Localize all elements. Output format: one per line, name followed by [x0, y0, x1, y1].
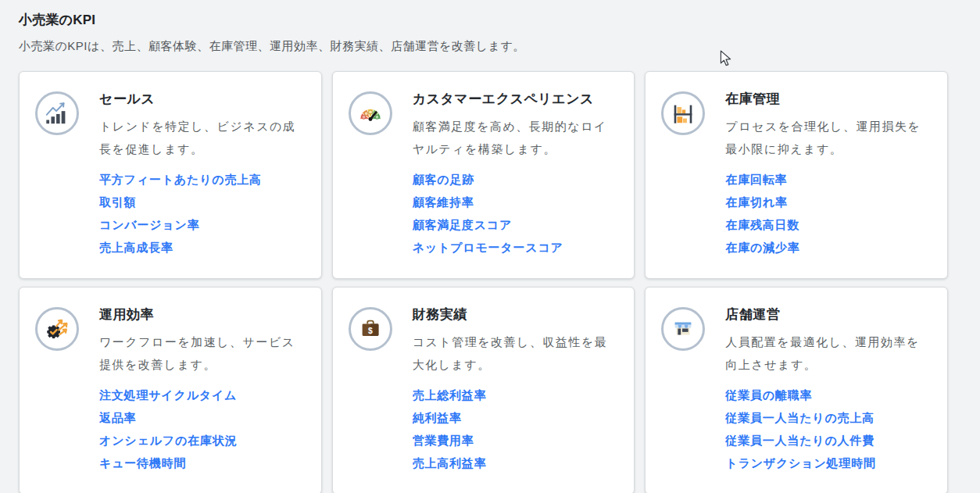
kpi-link[interactable]: コンバージョン率 [99, 219, 306, 231]
head-text: 運用効率 ワークフローを加速し、サービス提供を改善します。 [99, 305, 306, 376]
kpi-card-operational-efficiency: 運用効率 ワークフローを加速し、サービス提供を改善します。 注文処理サイクルタイ… [19, 287, 322, 493]
card-head: 在庫管理 プロセスを合理化し、運用損失を最小限に抑えます。 [661, 90, 932, 160]
head-text: 在庫管理 プロセスを合理化し、運用損失を最小限に抑えます。 [725, 90, 932, 160]
page-header: 小売業のKPI 小売業のKPIは、売上、顧客体験、在庫管理、運用効率、財務実績、… [0, 0, 980, 54]
card-title: カスタマーエクスペリエンス [413, 90, 619, 108]
storefront-icon [661, 307, 705, 351]
kpi-link[interactable]: 取引額 [99, 196, 306, 209]
card-head: 運用効率 ワークフローを加速し、サービス提供を改善します。 [35, 305, 306, 376]
card-links: 平方フィートあたりの売上高 取引額 コンバージョン率 売上高成長率 [99, 173, 306, 254]
kpi-link[interactable]: 純利益率 [413, 412, 619, 424]
kpi-link[interactable]: キュー待機時間 [99, 457, 306, 470]
head-text: セールス トレンドを特定し、ビジネスの成長を促進します。 [99, 90, 306, 160]
card-title: 在庫管理 [725, 90, 932, 108]
kpi-link[interactable]: 売上高利益率 [413, 457, 619, 470]
kpi-link[interactable]: 平方フィートあたりの売上高 [99, 173, 306, 186]
kpi-link[interactable]: ネットプロモータースコア [413, 241, 619, 254]
satisfaction-gauge-icon [349, 91, 392, 135]
gear-arrows-icon [35, 307, 79, 351]
dollar-glyph: $ [368, 327, 373, 335]
kpi-link[interactable]: 従業員の離職率 [725, 389, 932, 402]
kpi-link[interactable]: 在庫の減少率 [725, 241, 932, 254]
kpi-card-sales: セールス トレンドを特定し、ビジネスの成長を促進します。 平方フィートあたりの売… [19, 71, 322, 279]
card-links: 注文処理サイクルタイム 返品率 オンシェルフの在庫状況 キュー待機時間 [99, 389, 306, 470]
card-title: 財務実績 [413, 305, 619, 323]
card-description: 人員配置を最適化し、運用効率を向上させます。 [725, 330, 932, 376]
kpi-link[interactable]: 顧客満足度スコア [413, 219, 619, 231]
card-links: 在庫回転率 在庫切れ率 在庫残高日数 在庫の減少率 [725, 173, 932, 254]
card-links: 従業員の離職率 従業員一人当たりの売上高 従業員一人当たりの人件費 トランザクシ… [725, 389, 932, 470]
kpi-page: { "page": { "title": "小売業のKPI", "subtitl… [0, 0, 980, 493]
kpi-card-store-operations: 店舗運営 人員配置を最適化し、運用効率を向上させます。 従業員の離職率 従業員一… [645, 287, 948, 493]
kpi-cards-grid: セールス トレンドを特定し、ビジネスの成長を促進します。 平方フィートあたりの売… [19, 71, 948, 493]
card-head: $ 財務実績 コスト管理を改善し、収益性を最大化します。 [349, 305, 619, 376]
kpi-link[interactable]: 従業員一人当たりの人件費 [725, 434, 932, 447]
kpi-link[interactable]: 返品率 [99, 412, 306, 424]
card-links: 売上総利益率 純利益率 営業費用率 売上高利益率 [413, 389, 619, 470]
kpi-card-customer-experience: カスタマーエクスペリエンス 顧客満足度を高め、長期的なロイヤルティを構築します。… [332, 71, 635, 279]
kpi-link[interactable]: 顧客の足跡 [413, 173, 619, 186]
card-description: コスト管理を改善し、収益性を最大化します。 [413, 330, 619, 376]
card-description: ワークフローを加速し、サービス提供を改善します。 [99, 330, 306, 376]
kpi-link[interactable]: 在庫回転率 [725, 173, 932, 186]
kpi-card-inventory-management: 在庫管理 プロセスを合理化し、運用損失を最小限に抑えます。 在庫回転率 在庫切れ… [645, 71, 948, 279]
page-title: 小売業のKPI [19, 11, 961, 29]
card-head: セールス トレンドを特定し、ビジネスの成長を促進します。 [35, 90, 306, 160]
kpi-link[interactable]: 顧客維持率 [413, 196, 619, 209]
kpi-link[interactable]: 従業員一人当たりの売上高 [725, 412, 932, 424]
kpi-link[interactable]: 在庫切れ率 [725, 196, 932, 209]
card-head: 店舗運営 人員配置を最適化し、運用効率を向上させます。 [661, 305, 932, 376]
kpi-link[interactable]: 在庫残高日数 [725, 219, 932, 231]
kpi-link[interactable]: オンシェルフの在庫状況 [99, 434, 306, 447]
card-title: 店舗運営 [725, 305, 932, 323]
page-subtitle: 小売業のKPIは、売上、顧客体験、在庫管理、運用効率、財務実績、店舗運営を改善し… [19, 39, 961, 54]
briefcase-dollar-icon: $ [349, 307, 392, 351]
card-description: トレンドを特定し、ビジネスの成長を促進します。 [99, 115, 306, 160]
card-links: 顧客の足跡 顧客維持率 顧客満足度スコア ネットプロモータースコア [413, 173, 619, 254]
head-text: 店舗運営 人員配置を最適化し、運用効率を向上させます。 [725, 305, 932, 376]
head-text: 財務実績 コスト管理を改善し、収益性を最大化します。 [413, 305, 619, 376]
kpi-link[interactable]: 売上高成長率 [99, 241, 306, 254]
card-title: セールス [99, 90, 306, 108]
kpi-card-financial-performance: $ 財務実績 コスト管理を改善し、収益性を最大化します。 売上総利益率 純利益率… [332, 287, 635, 493]
kpi-link[interactable]: 営業費用率 [413, 434, 619, 447]
card-title: 運用効率 [99, 305, 306, 323]
card-description: プロセスを合理化し、運用損失を最小限に抑えます。 [725, 115, 932, 160]
kpi-link[interactable]: 注文処理サイクルタイム [99, 389, 306, 402]
card-head: カスタマーエクスペリエンス 顧客満足度を高め、長期的なロイヤルティを構築します。 [349, 90, 619, 160]
head-text: カスタマーエクスペリエンス 顧客満足度を高め、長期的なロイヤルティを構築します。 [413, 90, 619, 160]
card-description: 顧客満足度を高め、長期的なロイヤルティを構築します。 [413, 115, 619, 160]
kpi-link[interactable]: 売上総利益率 [413, 389, 619, 402]
bar-chart-trend-icon [35, 91, 79, 135]
kpi-link[interactable]: トランザクション処理時間 [725, 457, 932, 470]
warehouse-shelf-icon [661, 91, 705, 135]
